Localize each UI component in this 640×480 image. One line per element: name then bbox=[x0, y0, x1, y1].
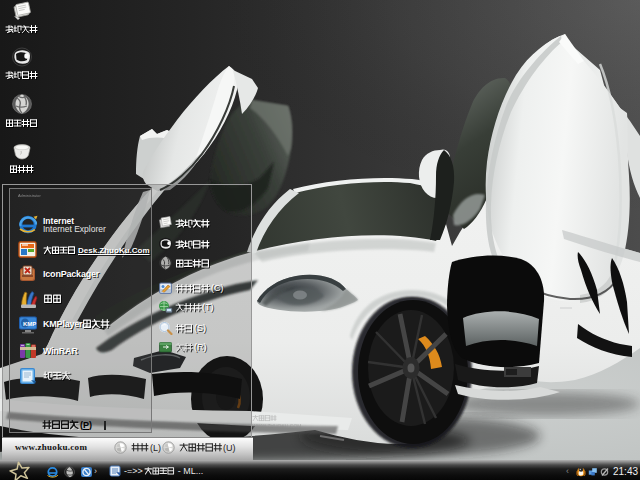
svg-text:KMP: KMP bbox=[23, 321, 36, 327]
